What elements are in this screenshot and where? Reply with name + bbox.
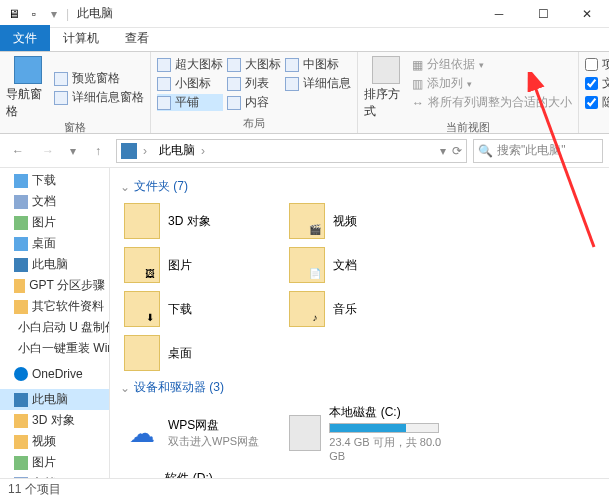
layout-details[interactable]: 详细信息 <box>285 75 351 92</box>
tree-item[interactable]: 此电脑 <box>0 389 109 410</box>
fitcol-button: ↔将所有列调整为合适的大小 <box>412 94 572 111</box>
tab-view[interactable]: 查看 <box>112 25 162 51</box>
forward-button[interactable]: → <box>36 139 60 163</box>
ribbon-tabs: 文件 计算机 查看 <box>0 28 609 52</box>
status-bar: 11 个项目 <box>0 478 609 500</box>
titlebar-divider: | <box>66 7 69 21</box>
section-folders[interactable]: ⌄文件夹 (7) <box>120 174 599 199</box>
item-label: 文档 <box>333 257 357 274</box>
tree-item[interactable]: 桌面 <box>0 233 109 254</box>
recent-button[interactable]: ▾ <box>66 139 80 163</box>
addcol-button: ▥添加列▾ <box>412 75 572 92</box>
item-checkbox-toggle[interactable]: 项目复选框 <box>585 56 609 73</box>
layout-small[interactable]: 小图标 <box>157 75 223 92</box>
tree-item-icon <box>14 258 28 272</box>
tree-item-label: 下载 <box>32 172 56 189</box>
folder-icon <box>124 203 160 239</box>
folder-item[interactable]: 3D 对象 <box>120 199 285 243</box>
tree-item[interactable]: 3D 对象 <box>0 410 109 431</box>
chevron-down-icon: ⌄ <box>120 180 130 194</box>
folder-icon <box>124 335 160 371</box>
layout-tiles[interactable]: 平铺 <box>157 94 223 111</box>
tree-item-icon <box>14 237 28 251</box>
refresh-button[interactable]: ⟳ <box>452 144 462 158</box>
cloud-drive-icon: ☁ <box>124 415 160 451</box>
minimize-button[interactable]: ─ <box>477 0 521 28</box>
ribbon-group-showhide: 项目复选框 文件扩展名 隐藏的项目 隐藏所选项目 显示/隐藏 <box>579 52 609 133</box>
chevron-right-icon[interactable]: › <box>201 144 211 158</box>
nav-pane-button[interactable]: 导航窗格 <box>6 56 50 120</box>
address-bar: ← → ▾ ↑ › 此电脑 › ▾ ⟳ 🔍 搜索"此电脑" <box>0 134 609 168</box>
tree-item[interactable]: OneDrive <box>0 365 109 383</box>
tree-item[interactable]: 下载 <box>0 170 109 191</box>
tree-item-label: 文档 <box>32 475 56 478</box>
groupby-button[interactable]: ▦分组依据▾ <box>412 56 572 73</box>
folder-item[interactable]: 桌面 <box>120 331 285 375</box>
folder-item[interactable]: 📄文档 <box>285 243 450 287</box>
preview-pane-button[interactable]: 预览窗格 <box>54 70 144 87</box>
address-location[interactable]: 此电脑 <box>159 142 195 159</box>
qat-dropdown-icon[interactable]: ▾ <box>46 6 62 22</box>
tab-computer[interactable]: 计算机 <box>50 25 112 51</box>
item-label: 本地磁盘 (C:) <box>329 404 446 421</box>
section-drives[interactable]: ⌄设备和驱动器 (3) <box>120 375 599 400</box>
tree-item[interactable]: 小白一键重装 Win10 <box>0 338 109 359</box>
drive-item[interactable]: 本地磁盘 (C:)23.4 GB 可用，共 80.0 GB <box>285 400 450 466</box>
chevron-right-icon[interactable]: › <box>143 144 153 158</box>
pc-icon <box>121 143 137 159</box>
nav-pane-icon <box>14 56 42 84</box>
preview-pane-icon <box>54 72 68 86</box>
drive-item[interactable]: ☁WPS网盘双击进入WPS网盘 <box>120 400 285 466</box>
tree-item[interactable]: 视频 <box>0 431 109 452</box>
tree-item[interactable]: 小白启动 U 盘制作步 <box>0 317 109 338</box>
tree-item[interactable]: 文档 <box>0 191 109 212</box>
tab-file[interactable]: 文件 <box>0 25 50 51</box>
tree-item-icon <box>14 195 28 209</box>
address-input[interactable]: › 此电脑 › ▾ ⟳ <box>116 139 467 163</box>
tree-item[interactable]: GPT 分区步骤 <box>0 275 109 296</box>
layout-medium[interactable]: 中图标 <box>285 56 351 73</box>
status-text: 11 个项目 <box>8 481 61 498</box>
tree-item-label: OneDrive <box>32 367 83 381</box>
search-box[interactable]: 🔍 搜索"此电脑" <box>473 139 603 163</box>
layout-list[interactable]: 列表 <box>227 75 281 92</box>
item-sub: 23.4 GB 可用，共 80.0 GB <box>329 435 446 462</box>
drive-item[interactable]: 软件 (D:)154 GB 可用，共 158 GB <box>120 466 285 478</box>
sort-icon <box>372 56 400 84</box>
folder-item[interactable]: 🖼图片 <box>120 243 285 287</box>
tree-item-icon <box>14 300 28 314</box>
file-ext-toggle[interactable]: 文件扩展名 <box>585 75 609 92</box>
hidden-items-toggle[interactable]: 隐藏的项目 <box>585 94 609 111</box>
folder-icon: ⬇ <box>124 291 160 327</box>
tree-item-label: 文档 <box>32 193 56 210</box>
tree-item[interactable]: 此电脑 <box>0 254 109 275</box>
layout-xlarge[interactable]: 超大图标 <box>157 56 223 73</box>
maximize-button[interactable]: ☐ <box>521 0 565 28</box>
close-button[interactable]: ✕ <box>565 0 609 28</box>
back-button[interactable]: ← <box>6 139 30 163</box>
sort-button[interactable]: 排序方式 <box>364 56 408 120</box>
details-pane-button[interactable]: 详细信息窗格 <box>54 89 144 106</box>
layout-large[interactable]: 大图标 <box>227 56 281 73</box>
tree-item[interactable]: 其它软件资料 <box>0 296 109 317</box>
tree-item-label: 其它软件资料 <box>32 298 104 315</box>
folder-item[interactable]: ⬇下载 <box>120 287 285 331</box>
ribbon-group-layout: 超大图标 小图标 平铺 大图标 列表 内容 中图标 详细信息 X 布局 <box>151 52 358 133</box>
quick-access-toolbar: 🖥 ▫ ▾ | <box>0 6 69 22</box>
folder-item[interactable]: ♪音乐 <box>285 287 450 331</box>
qat-folder-icon[interactable]: ▫ <box>26 6 42 22</box>
item-label: WPS网盘 <box>168 417 259 434</box>
tree-item[interactable]: 文档 <box>0 473 109 478</box>
folder-item[interactable]: 🎬视频 <box>285 199 450 243</box>
address-dropdown-icon[interactable]: ▾ <box>440 144 446 158</box>
tree-item[interactable]: 图片 <box>0 212 109 233</box>
tree-item[interactable]: 图片 <box>0 452 109 473</box>
tree-item-icon <box>14 456 28 470</box>
titlebar: 🖥 ▫ ▾ | 此电脑 ─ ☐ ✕ <box>0 0 609 28</box>
up-button[interactable]: ↑ <box>86 139 110 163</box>
nav-tree[interactable]: 下载文档图片桌面此电脑GPT 分区步骤其它软件资料小白启动 U 盘制作步小白一键… <box>0 168 110 478</box>
layout-content[interactable]: 内容 <box>227 94 281 111</box>
item-sub: 双击进入WPS网盘 <box>168 434 259 449</box>
tree-item-label: 此电脑 <box>32 256 68 273</box>
search-icon: 🔍 <box>478 144 493 158</box>
